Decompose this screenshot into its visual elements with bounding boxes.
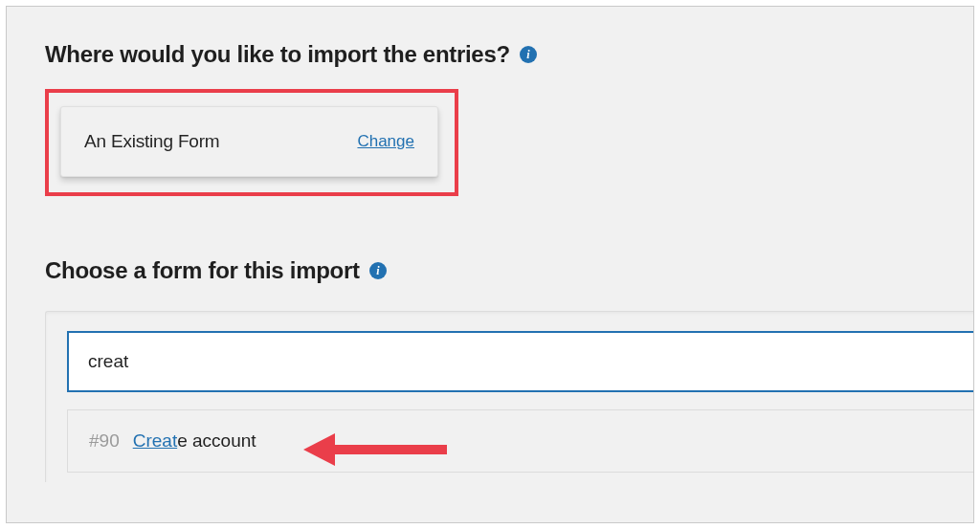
info-icon[interactable]: i bbox=[369, 262, 387, 279]
option-label: An Existing Form bbox=[84, 131, 219, 152]
result-match-highlight: Creat bbox=[133, 430, 177, 451]
change-link[interactable]: Change bbox=[357, 132, 414, 151]
form-search-container: #90 Create account bbox=[45, 311, 974, 482]
search-result-item[interactable]: #90 Create account bbox=[67, 409, 974, 473]
info-icon[interactable]: i bbox=[520, 46, 537, 63]
form-search-input[interactable] bbox=[67, 331, 974, 392]
section-title-destination: Where would you like to import the entri… bbox=[45, 41, 973, 68]
section-title-choose-form: Choose a form for this import i bbox=[45, 257, 973, 284]
section-title-text: Choose a form for this import bbox=[45, 257, 360, 284]
import-panel: Where would you like to import the entri… bbox=[6, 6, 974, 523]
existing-form-card[interactable]: An Existing Form Change bbox=[60, 106, 438, 177]
section-title-text: Where would you like to import the entri… bbox=[45, 41, 510, 68]
result-text: Create account bbox=[133, 430, 256, 452]
highlight-frame: An Existing Form Change bbox=[45, 89, 458, 196]
result-id: #90 bbox=[89, 430, 120, 452]
result-rest: e account bbox=[177, 430, 256, 451]
